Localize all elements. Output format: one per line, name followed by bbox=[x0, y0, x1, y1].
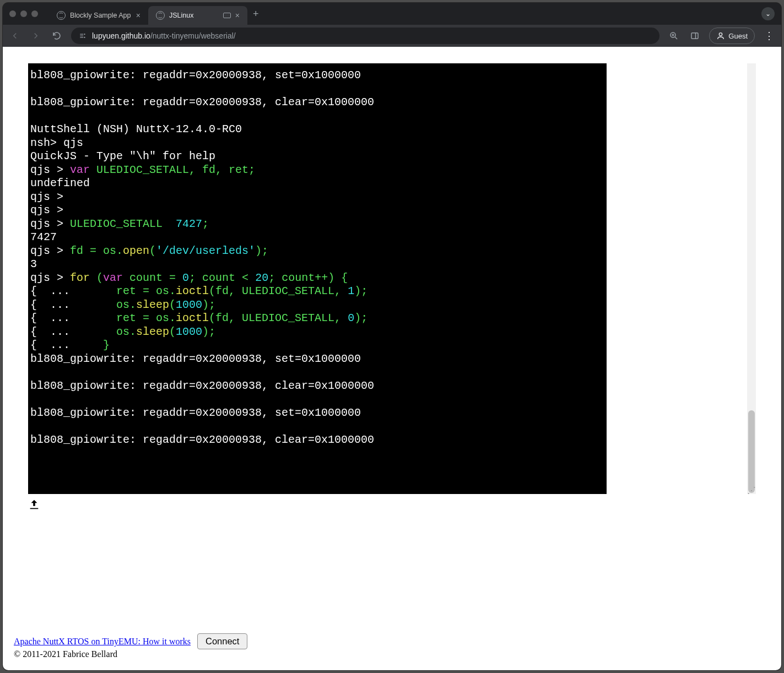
page-viewport: bl808_gpiowrite: regaddr=0x20000938, set… bbox=[3, 47, 781, 670]
site-settings-icon[interactable] bbox=[79, 32, 86, 40]
below-terminal-bar bbox=[28, 498, 756, 513]
traffic-min[interactable] bbox=[20, 10, 27, 17]
traffic-max[interactable] bbox=[31, 10, 38, 17]
side-panel-icon[interactable] bbox=[688, 29, 701, 42]
svg-rect-1 bbox=[691, 33, 698, 39]
new-tab-button[interactable]: + bbox=[247, 8, 264, 20]
toolbar: lupyuen.github.io/nuttx-tinyemu/webseria… bbox=[3, 25, 781, 47]
terminal[interactable]: bl808_gpiowrite: regaddr=0x20000938, set… bbox=[28, 63, 607, 494]
back-button[interactable] bbox=[8, 29, 21, 42]
profile-guest-button[interactable]: Guest bbox=[709, 28, 755, 44]
resize-handle-icon[interactable]: ⋰ bbox=[747, 486, 756, 495]
zoom-icon[interactable] bbox=[667, 29, 680, 42]
close-tab-icon[interactable]: × bbox=[136, 12, 140, 19]
tab-label: Blockly Sample App bbox=[70, 12, 132, 19]
forward-button[interactable] bbox=[29, 29, 42, 42]
svg-point-2 bbox=[720, 33, 722, 36]
upload-icon[interactable] bbox=[28, 498, 40, 513]
reload-button[interactable] bbox=[50, 29, 63, 42]
browser-window: Blockly Sample App × JSLinux × + ⌄ bbox=[3, 3, 781, 670]
tab-blockly[interactable]: Blockly Sample App × bbox=[49, 6, 148, 25]
scroll-thumb[interactable] bbox=[748, 410, 755, 493]
connect-button[interactable]: Connect bbox=[197, 633, 247, 649]
media-icon[interactable] bbox=[223, 13, 231, 18]
page-body: bl808_gpiowrite: regaddr=0x20000938, set… bbox=[3, 47, 781, 670]
terminal-scrollbar[interactable] bbox=[747, 63, 756, 494]
globe-icon bbox=[57, 11, 66, 20]
address-bar[interactable]: lupyuen.github.io/nuttx-tinyemu/webseria… bbox=[71, 28, 659, 44]
titlebar: Blockly Sample App × JSLinux × + ⌄ bbox=[3, 3, 781, 25]
window-dropdown-button[interactable]: ⌄ bbox=[761, 7, 775, 20]
window-controls bbox=[9, 10, 38, 17]
close-tab-icon[interactable]: × bbox=[235, 12, 240, 19]
url-text: lupyuen.github.io/nuttx-tinyemu/webseria… bbox=[92, 31, 236, 40]
tab-label: JSLinux bbox=[169, 12, 219, 19]
terminal-container: bl808_gpiowrite: regaddr=0x20000938, set… bbox=[28, 63, 756, 494]
traffic-close[interactable] bbox=[9, 10, 16, 17]
globe-icon bbox=[156, 11, 165, 20]
tab-jslinux[interactable]: JSLinux × bbox=[148, 6, 247, 25]
person-icon bbox=[716, 31, 725, 40]
page-footer: Apache NuttX RTOS on TinyEMU: How it wor… bbox=[14, 633, 770, 659]
how-it-works-link[interactable]: Apache NuttX RTOS on TinyEMU: How it wor… bbox=[14, 637, 191, 646]
browser-menu-button[interactable]: ⋮ bbox=[763, 29, 776, 42]
copyright-text: © 2011-2021 Fabrice Bellard bbox=[14, 649, 247, 659]
tab-strip: Blockly Sample App × JSLinux × + bbox=[49, 3, 756, 25]
guest-label: Guest bbox=[728, 32, 748, 40]
